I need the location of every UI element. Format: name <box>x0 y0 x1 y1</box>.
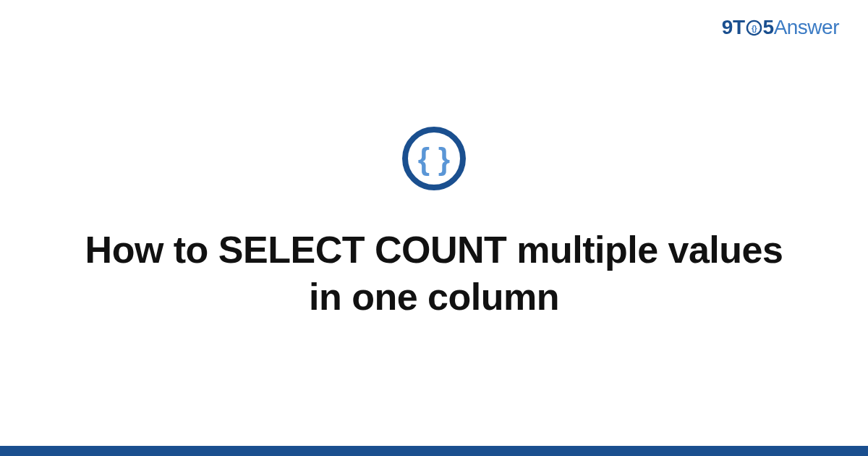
code-braces-icon: { } <box>401 125 467 195</box>
footer-accent-bar <box>0 446 868 456</box>
page-title: How to SELECT COUNT multiple values in o… <box>72 227 796 321</box>
svg-text:{ }: { } <box>418 142 450 176</box>
main-content: { } How to SELECT COUNT multiple values … <box>0 0 868 446</box>
